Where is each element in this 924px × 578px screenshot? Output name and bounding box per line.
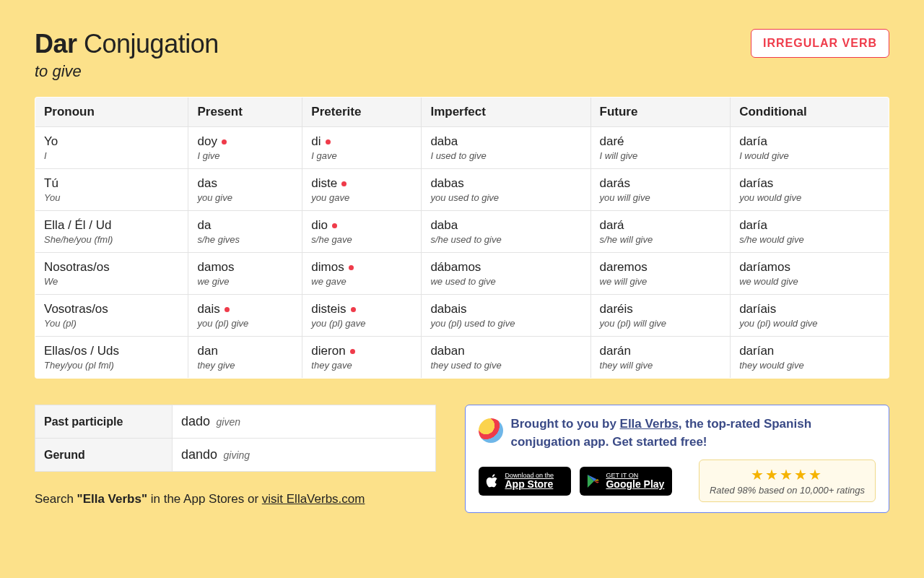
rating-box: ★★★★★ Rated 98% based on 10,000+ ratings — [699, 460, 876, 502]
conjugation-cell: daremoswe will give — [590, 253, 731, 295]
irregular-dot-icon — [350, 349, 355, 354]
table-row: Ella / Él / UdShe/he/you (fml)das/he giv… — [35, 211, 889, 253]
conjugation-cell: daréI will give — [590, 127, 731, 169]
pronoun-cell: Vosotras/osYou (pl) — [35, 295, 188, 337]
conjugation-cell: doyI give — [188, 127, 302, 169]
conjugation-cell: daréisyou (pl) will give — [590, 295, 731, 337]
play-icon — [587, 474, 600, 488]
conjugation-cell: dabaisyou (pl) used to give — [422, 295, 590, 337]
irregular-dot-icon — [349, 265, 354, 270]
google-play-button[interactable]: GET IT ONGoogle Play — [580, 467, 672, 496]
irregular-dot-icon — [351, 307, 356, 312]
table-row: YoIdoyI givediI gavedabaI used to giveda… — [35, 127, 889, 169]
conjugation-cell: disteisyou (pl) gave — [302, 295, 422, 337]
column-header: Preterite — [302, 98, 422, 127]
ella-verbs-link[interactable]: Ella Verbs — [620, 417, 679, 431]
conjugation-cell: dabaI used to give — [422, 127, 590, 169]
irregular-dot-icon — [222, 139, 227, 144]
irregular-dot-icon — [341, 181, 346, 186]
conjugation-cell: daríaI would give — [731, 127, 889, 169]
conjugation-cell: daránthey will give — [590, 337, 731, 379]
column-header: Present — [188, 98, 302, 127]
participle-value: dado given — [173, 405, 436, 439]
apple-icon — [486, 474, 499, 488]
conjugation-cell: danthey give — [188, 337, 302, 379]
visit-link[interactable]: visit EllaVerbs.com — [262, 492, 365, 506]
page-title: Dar Conjugation — [35, 29, 219, 59]
stars-icon: ★★★★★ — [710, 466, 865, 483]
participle-row: Past participledado given — [35, 405, 436, 439]
search-note: Search "Ella Verbs" in the App Stores or… — [35, 492, 436, 506]
app-logo-icon — [479, 418, 503, 443]
irregular-badge: IRREGULAR VERB — [751, 29, 889, 58]
conjugation-cell: diI gave — [302, 127, 422, 169]
conjugation-cell: daisyou (pl) give — [188, 295, 302, 337]
conjugation-cell: daríaisyou (pl) would give — [731, 295, 889, 337]
irregular-dot-icon — [225, 307, 230, 312]
conjugation-cell: darías/he would give — [731, 211, 889, 253]
conjugation-cell: dábamoswe used to give — [422, 253, 590, 295]
table-row: Nosotras/osWedamoswe givedimoswe gavedáb… — [35, 253, 889, 295]
participles-table: Past participledado givenGerunddando giv… — [35, 405, 436, 472]
conjugation-cell: daríasyou would give — [731, 169, 889, 211]
verb-translation: to give — [35, 62, 219, 81]
column-header: Imperfect — [422, 98, 590, 127]
participle-label: Gerund — [35, 439, 173, 472]
column-header: Pronoun — [35, 98, 188, 127]
column-header: Conditional — [731, 98, 889, 127]
participle-value: dando giving — [173, 439, 436, 472]
pronoun-cell: YoI — [35, 127, 188, 169]
table-row: TúYoudasyou givedisteyou gavedabasyou us… — [35, 169, 889, 211]
conjugation-cell: dios/he gave — [302, 211, 422, 253]
conjugation-cell: dabanthey used to give — [422, 337, 590, 379]
conjugation-cell: dasyou give — [188, 169, 302, 211]
conjugation-table: PronounPresentPreteriteImperfectFutureCo… — [35, 97, 889, 379]
column-header: Future — [590, 98, 731, 127]
conjugation-cell: dabasyou used to give — [422, 169, 590, 211]
irregular-dot-icon — [332, 223, 337, 228]
conjugation-cell: damoswe give — [188, 253, 302, 295]
conjugation-cell: dimoswe gave — [302, 253, 422, 295]
pronoun-cell: Ella / Él / UdShe/he/you (fml) — [35, 211, 188, 253]
pronoun-cell: TúYou — [35, 169, 188, 211]
app-store-button[interactable]: Download on theApp Store — [479, 467, 571, 496]
table-row: Vosotras/osYou (pl)daisyou (pl) givedist… — [35, 295, 889, 337]
conjugation-cell: darás/he will give — [590, 211, 731, 253]
irregular-dot-icon — [326, 139, 331, 144]
promo-text: Brought to you by Ella Verbs, the top-ra… — [510, 415, 876, 451]
conjugation-cell: daríanthey would give — [731, 337, 889, 379]
conjugation-cell: das/he gives — [188, 211, 302, 253]
conjugation-cell: daríamoswe would give — [731, 253, 889, 295]
conjugation-cell: dabas/he used to give — [422, 211, 590, 253]
pronoun-cell: Nosotras/osWe — [35, 253, 188, 295]
participle-label: Past participle — [35, 405, 173, 439]
participle-row: Gerunddando giving — [35, 439, 436, 472]
conjugation-cell: disteyou gave — [302, 169, 422, 211]
pronoun-cell: Ellas/os / UdsThey/you (pl fml) — [35, 337, 188, 379]
conjugation-cell: dieronthey gave — [302, 337, 422, 379]
promo-box: Brought to you by Ella Verbs, the top-ra… — [465, 405, 889, 513]
conjugation-cell: darásyou will give — [590, 169, 731, 211]
table-row: Ellas/os / UdsThey/you (pl fml)danthey g… — [35, 337, 889, 379]
